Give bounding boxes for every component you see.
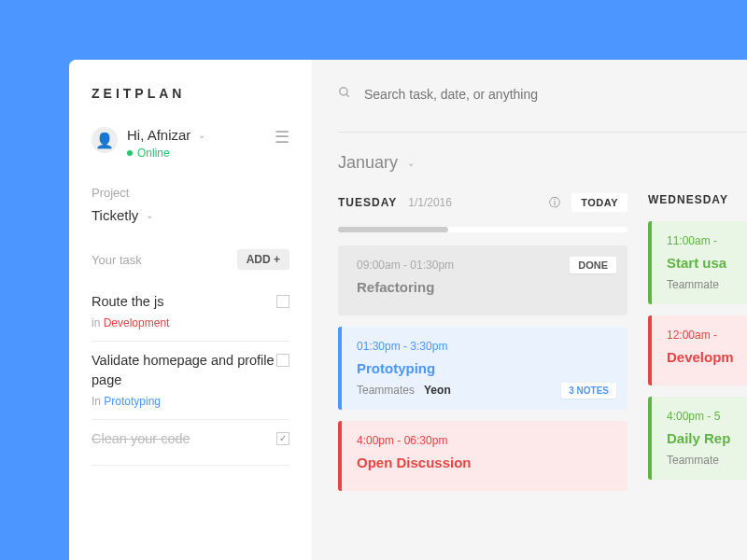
project-label: Project: [92, 186, 289, 200]
status-dot-icon: [127, 150, 133, 156]
avatar[interactable]: 👤: [92, 127, 118, 153]
event-team: Teammate: [667, 278, 747, 291]
task-title: Clean your code: [92, 429, 190, 448]
event-time: 11:00am -: [667, 234, 747, 247]
event-title: Open Discussion: [357, 455, 613, 470]
task-header: Your task ADD +: [92, 249, 289, 270]
user-info: Hi, Afnizar ⌄ Online: [127, 127, 265, 160]
search-icon: [338, 86, 351, 102]
project-name-text: Ticketly: [92, 207, 138, 223]
task-checkbox[interactable]: [276, 354, 289, 367]
add-task-button[interactable]: ADD +: [237, 249, 289, 270]
task-meta: in Development: [92, 316, 169, 329]
event-title: Prototyping: [357, 360, 613, 376]
search-input[interactable]: [364, 87, 747, 102]
day-name: TUESDAY: [338, 196, 397, 209]
event-card[interactable]: 4:00pm - 06:30pmOpen Discussion: [338, 421, 627, 491]
task-item[interactable]: Validate homepage and profile pageIn Pro…: [92, 342, 289, 420]
event-time: 4:00pm - 06:30pm: [357, 434, 613, 447]
task-meta: In Prototyping: [92, 395, 276, 408]
event-title: Start usa: [667, 255, 747, 271]
task-checkbox[interactable]: [276, 295, 289, 308]
user-row: 👤 Hi, Afnizar ⌄ Online ☰: [92, 127, 289, 160]
app-window: ZEITPLAN 👤 Hi, Afnizar ⌄ Online ☰ Projec…: [69, 60, 747, 560]
day-column: WEDNESDAY11:00am - Start usaTeammate12:0…: [648, 193, 747, 502]
chevron-down-icon: ⌄: [198, 130, 205, 140]
info-icon[interactable]: ⓘ: [549, 195, 560, 211]
event-card[interactable]: 12:00am - Developm: [648, 315, 747, 385]
day-header: WEDNESDAY: [648, 193, 747, 206]
event-card[interactable]: 01:30pm - 3:30pmPrototypingTeammates Yeo…: [338, 327, 627, 410]
month-selector[interactable]: January ⌄: [338, 132, 747, 173]
day-columns: TUESDAY1/1/2016ⓘTODAY09:00am - 01:30pmRe…: [338, 193, 747, 502]
chevron-down-icon: ⌄: [146, 210, 153, 220]
search-row: [338, 86, 747, 102]
menu-icon[interactable]: ☰: [275, 127, 289, 147]
logo: ZEITPLAN: [92, 86, 289, 101]
event-time: 4:00pm - 5: [667, 410, 747, 423]
event-card[interactable]: 4:00pm - 5Daily RepTeammate: [648, 397, 747, 480]
day-date: 1/1/2016: [408, 196, 452, 209]
event-card[interactable]: 11:00am - Start usaTeammate: [648, 221, 747, 304]
today-badge[interactable]: TODAY: [571, 193, 627, 212]
day-name: WEDNESDAY: [648, 193, 728, 206]
month-name: January: [338, 153, 398, 173]
event-time: 01:30pm - 3:30pm: [357, 340, 613, 353]
scroll-track[interactable]: [338, 227, 627, 232]
notes-badge[interactable]: 3 NOTES: [561, 383, 616, 399]
task-item[interactable]: Clean your code✓: [92, 420, 289, 466]
user-greeting[interactable]: Hi, Afnizar ⌄: [127, 127, 265, 143]
event-title: Refactoring: [357, 279, 613, 295]
svg-line-1: [346, 94, 349, 97]
task-title: Validate homepage and profile page: [92, 351, 276, 389]
task-title: Route the js: [92, 292, 169, 311]
task-label: Your task: [92, 253, 142, 267]
user-greeting-text: Hi, Afnizar: [127, 127, 190, 143]
status-text: Online: [137, 147, 170, 160]
sidebar: ZEITPLAN 👤 Hi, Afnizar ⌄ Online ☰ Projec…: [69, 60, 312, 560]
event-title: Developm: [667, 349, 747, 365]
chevron-down-icon: ⌄: [407, 158, 415, 168]
event-card[interactable]: 09:00am - 01:30pmRefactoringDONE: [338, 245, 627, 315]
day-column: TUESDAY1/1/2016ⓘTODAY09:00am - 01:30pmRe…: [338, 193, 627, 502]
task-item[interactable]: Route the jsin Development: [92, 283, 289, 342]
svg-point-0: [340, 88, 347, 95]
user-status: Online: [127, 147, 265, 160]
scroll-thumb[interactable]: [338, 227, 448, 232]
day-header: TUESDAY1/1/2016ⓘTODAY: [338, 193, 627, 212]
task-checkbox[interactable]: ✓: [276, 432, 289, 445]
done-badge: DONE: [570, 257, 616, 273]
main: January ⌄ TUESDAY1/1/2016ⓘTODAY09:00am -…: [312, 60, 747, 560]
event-time: 12:00am -: [667, 329, 747, 342]
task-list: Route the jsin DevelopmentValidate homep…: [92, 283, 289, 466]
project-selector[interactable]: Ticketly ⌄: [92, 207, 289, 223]
event-team: Teammate: [667, 454, 747, 467]
event-title: Daily Rep: [667, 430, 747, 446]
